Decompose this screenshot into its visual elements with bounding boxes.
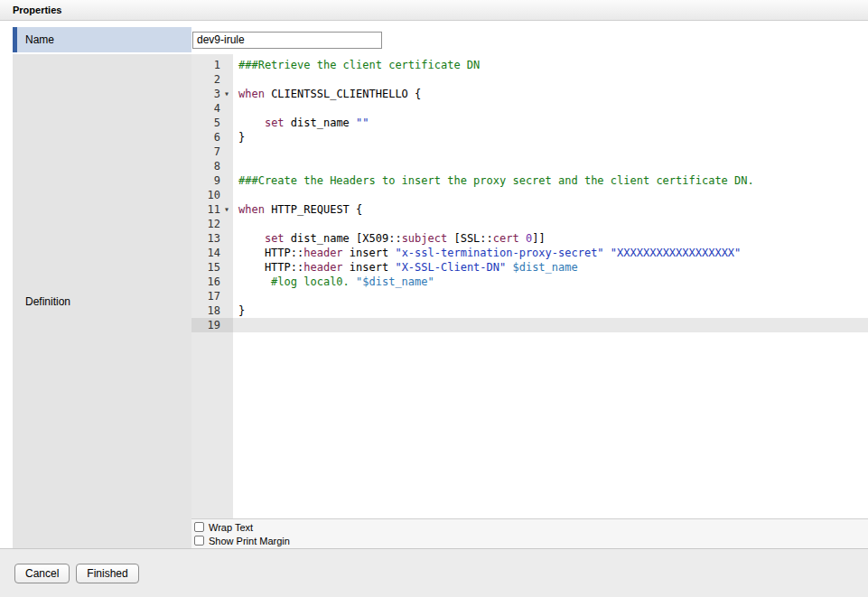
line-number: 13: [191, 231, 233, 246]
code-line: [233, 145, 868, 159]
code-line: [233, 72, 868, 87]
required-accent-bar: [13, 27, 17, 52]
line-number: 7: [191, 145, 233, 159]
code-line: HTTP::header insert "x-ssl-termination-p…: [233, 246, 868, 260]
definition-row: Definition 123▾4567891011▾12131415161718…: [13, 54, 868, 548]
line-number: 8: [191, 159, 233, 173]
line-number: 3▾: [191, 87, 233, 101]
page-title: Properties: [13, 5, 61, 15]
fold-arrow-icon[interactable]: ▾: [220, 87, 233, 101]
line-number: 12: [191, 217, 233, 231]
code-line: HTTP::header insert "X-SSL-Client-DN" $d…: [233, 260, 868, 275]
code-line: ###Create the Headers to insert the prox…: [233, 173, 868, 188]
name-label: Name: [25, 33, 54, 46]
name-field-cell: [191, 27, 868, 52]
line-number: 14: [191, 246, 233, 260]
code-line: ###Retrieve the client certificate DN: [233, 58, 868, 72]
definition-label-cell: Definition: [13, 54, 191, 548]
wrap-text-label: Wrap Text: [209, 522, 253, 533]
code-line: [233, 101, 868, 116]
show-print-margin-checkbox[interactable]: [194, 536, 204, 546]
definition-editor-cell: 123▾4567891011▾1213141516171819 ###Retri…: [191, 54, 868, 548]
code-line: [233, 188, 868, 202]
wrap-text-checkbox[interactable]: [194, 522, 204, 532]
code-line: when CLIENTSSL_CLIENTHELLO {: [233, 87, 868, 101]
name-row: Name: [13, 27, 868, 52]
line-number: 15: [191, 260, 233, 275]
finished-button[interactable]: Finished: [76, 564, 138, 583]
line-number: 11▾: [191, 202, 233, 217]
fold-arrow-icon[interactable]: ▾: [220, 202, 233, 217]
line-number: 18: [191, 303, 233, 318]
code-line: set dist_name [X509::subject [SSL::cert …: [233, 231, 868, 246]
code-line: }: [233, 130, 868, 145]
action-bar: Cancel Finished: [0, 548, 868, 597]
line-number: 10: [191, 188, 233, 202]
line-number: 2: [191, 72, 233, 87]
line-number: 19: [191, 318, 233, 332]
code-line: set dist_name "": [233, 116, 868, 130]
definition-label: Definition: [25, 295, 70, 308]
properties-header: Properties: [0, 0, 868, 21]
code-line: [233, 289, 868, 303]
show-print-margin-option: Show Print Margin: [194, 534, 868, 547]
code-line: [233, 318, 868, 332]
code-line: #log local0. "$dist_name": [233, 275, 868, 289]
properties-form: Name Definition 123▾4567891011▾121314151…: [0, 21, 868, 548]
editor-code-content[interactable]: ###Retrieve the client certificate DNwhe…: [233, 54, 868, 518]
editor-gutter: 123▾4567891011▾1213141516171819: [191, 54, 233, 518]
name-input[interactable]: [192, 32, 382, 49]
code-line: [233, 159, 868, 173]
editor-options: Wrap Text Show Print Margin: [191, 518, 868, 548]
line-number: 16: [191, 275, 233, 289]
line-number: 1: [191, 58, 233, 72]
line-number: 17: [191, 289, 233, 303]
wrap-text-option: Wrap Text: [194, 520, 868, 534]
line-number: 5: [191, 116, 233, 130]
show-print-margin-label: Show Print Margin: [209, 536, 290, 546]
name-label-cell: Name: [13, 27, 191, 52]
line-number: 4: [191, 101, 233, 116]
code-line: [233, 217, 868, 231]
code-editor[interactable]: 123▾4567891011▾1213141516171819 ###Retri…: [191, 54, 868, 518]
code-line: }: [233, 303, 868, 318]
line-number: 6: [191, 130, 233, 145]
code-line: when HTTP_REQUEST {: [233, 202, 868, 217]
line-number: 9: [191, 173, 233, 188]
cancel-button[interactable]: Cancel: [14, 564, 70, 583]
